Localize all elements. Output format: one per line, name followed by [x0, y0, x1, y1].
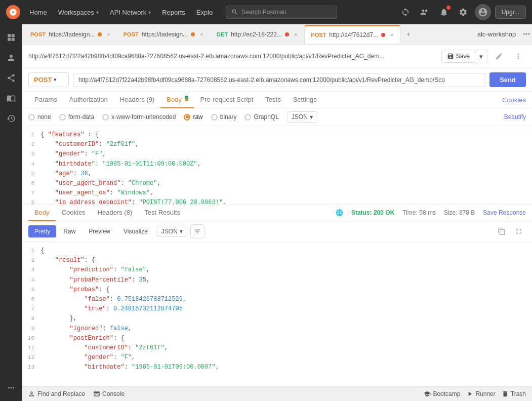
sidebar-icon-share[interactable]	[2, 69, 20, 87]
trash-button[interactable]: Trash	[502, 390, 526, 397]
response-view-tabs: Pretty Raw Preview Visualize JSON ▾	[22, 221, 532, 242]
resp-code-line-8: 8 },	[26, 314, 528, 324]
sub-tab-body[interactable]: Body ●	[160, 92, 194, 108]
response-code-editor[interactable]: 1 { 2 "result": { 3 "prediction": "false…	[22, 242, 532, 386]
beautify-button[interactable]: Beautify	[504, 113, 526, 121]
sync-button[interactable]	[398, 5, 413, 20]
response-tab-body[interactable]: Body	[28, 205, 56, 221]
nav-api-network[interactable]: API Network ▾	[105, 6, 156, 19]
sidebar-icon-history[interactable]	[2, 109, 20, 128]
tab-url-3: http://ec2-18-222...	[231, 31, 282, 38]
method-chevron-icon: ▾	[54, 76, 57, 83]
response-tab-cookies[interactable]: Cookies	[56, 205, 92, 221]
notification-button[interactable]	[436, 5, 452, 20]
view-tab-raw[interactable]: Raw	[57, 225, 81, 237]
sidebar	[0, 24, 22, 401]
tab-3[interactable]: GET http://ec2-18-222... ×	[211, 25, 304, 44]
runner-button[interactable]: Runner	[466, 390, 495, 397]
body-dot: ●	[185, 96, 188, 99]
avatar-button[interactable]	[475, 4, 491, 20]
url-input[interactable]: http://a4f7612d7f22a42b98fb4df09ca9688a-…	[73, 73, 485, 87]
radio-raw[interactable]: raw	[184, 113, 202, 121]
content-area: POST https://tadesign... × POST https://…	[22, 24, 532, 401]
collapse-button[interactable]	[512, 224, 526, 238]
radio-form-data[interactable]: form-data	[59, 113, 94, 121]
runner-label: Runner	[475, 390, 495, 397]
nav-reports[interactable]: Reports	[157, 6, 190, 19]
code-line-5: 5 "age": 36,	[26, 169, 528, 179]
view-tab-visualize[interactable]: Visualize	[117, 225, 154, 237]
save-dropdown[interactable]: ▾	[475, 50, 487, 63]
nav-home[interactable]: Home	[24, 6, 52, 19]
save-button[interactable]: Save	[441, 50, 475, 63]
console-label: Console	[102, 390, 125, 397]
search-placeholder: Search Postman	[241, 9, 287, 16]
radio-none[interactable]: none	[28, 113, 51, 121]
radio-binary[interactable]: binary	[211, 113, 237, 121]
response-status: 🌐 Status: 200 OK Time: 58 ms Size: 878 B…	[336, 209, 526, 216]
nav-workspaces[interactable]: Workspaces ▾	[53, 6, 104, 19]
resp-code-line-2: 2 "result": {	[26, 256, 528, 265]
sub-tab-headers[interactable]: Headers (9)	[114, 92, 161, 108]
send-button[interactable]: Send	[489, 72, 526, 87]
sub-tab-settings[interactable]: Settings	[287, 92, 323, 108]
filter-button[interactable]	[190, 224, 204, 238]
more-button[interactable]	[511, 49, 526, 64]
radio-graphql-circle	[244, 114, 251, 121]
tab-close-1[interactable]: ×	[107, 31, 110, 37]
settings-button[interactable]	[456, 5, 471, 20]
request-sub-tabs: Params Authorization Headers (9) Body ● …	[22, 92, 532, 108]
sub-tab-params[interactable]: Params	[28, 92, 63, 108]
bootcamp-button[interactable]: Bootcamp	[424, 390, 460, 397]
tab-2[interactable]: POST https://tadesign... ×	[117, 25, 210, 44]
copy-button[interactable]	[495, 224, 509, 238]
json-format-select[interactable]: JSON ▾	[287, 111, 317, 123]
user-button[interactable]	[417, 5, 432, 20]
cookies-link[interactable]: Cookies	[502, 96, 526, 104]
find-replace-label: Find and Replace	[37, 390, 85, 397]
sidebar-icon-user[interactable]	[2, 49, 20, 67]
sub-tab-pre-request[interactable]: Pre-request Script	[194, 92, 260, 108]
upgrade-button[interactable]: Upgr...	[495, 6, 526, 19]
method-select[interactable]: POST ▾	[28, 72, 69, 87]
console-button[interactable]: Console	[93, 390, 125, 397]
request-code-editor[interactable]: 1 { "features" : { 2 "customerID": "2zf6…	[22, 126, 532, 205]
radio-urlencoded-circle	[102, 114, 109, 121]
postman-logo[interactable]	[6, 5, 20, 19]
radio-urlencoded[interactable]: x-www-form-urlencoded	[102, 113, 176, 121]
sidebar-icon-more[interactable]	[2, 379, 20, 397]
edit-button[interactable]	[492, 49, 507, 64]
trash-icon	[502, 390, 509, 397]
resp-code-line-5: 5 "probas": {	[26, 285, 528, 295]
tab-menu-button[interactable]: •••	[523, 30, 530, 38]
response-tab-test-results[interactable]: Test Results	[138, 205, 186, 221]
view-tab-preview[interactable]: Preview	[83, 225, 116, 237]
tab-1[interactable]: POST https://tadesign... ×	[24, 25, 116, 44]
search-bar[interactable]: Search Postman	[226, 6, 337, 19]
response-size: Size: 878 B	[444, 209, 475, 216]
sidebar-icon-grid[interactable]	[2, 28, 20, 47]
sub-tab-authorization[interactable]: Authorization	[63, 92, 114, 108]
radio-none-circle	[28, 114, 35, 121]
radio-graphql[interactable]: GraphQL	[244, 113, 278, 121]
find-replace-button[interactable]: Find and Replace	[28, 390, 85, 397]
add-tab-button[interactable]: +	[401, 27, 416, 42]
url-bar-container: http://a4f7612d7f22a42b98fb4df09ca9688a-…	[22, 45, 532, 68]
response-tab-headers[interactable]: Headers (8)	[92, 205, 139, 221]
tab-dot-4	[381, 33, 385, 37]
radio-binary-circle	[211, 114, 218, 121]
sub-tab-tests[interactable]: Tests	[259, 92, 287, 108]
code-line-4: 4 "birthdate": "1985-01-01T11:09:00.000Z…	[26, 159, 528, 169]
nav-explore[interactable]: Explo	[191, 6, 218, 19]
tab-4[interactable]: POST http://a4f7612d7... ×	[304, 25, 400, 44]
tab-close-4[interactable]: ×	[390, 32, 393, 38]
sidebar-icon-book[interactable]	[2, 89, 20, 107]
tab-close-2[interactable]: ×	[200, 31, 203, 37]
save-response-button[interactable]: Save Response	[483, 209, 526, 216]
response-area: Body Cookies Headers (8) Test Results 🌐 …	[22, 205, 532, 386]
resp-code-line-3: 3 "prediction": "false",	[26, 265, 528, 275]
response-format-select[interactable]: JSON ▾	[157, 226, 187, 237]
chevron-down-icon: ▾	[148, 10, 151, 15]
view-tab-pretty[interactable]: Pretty	[28, 225, 56, 237]
tab-close-3[interactable]: ×	[294, 31, 297, 37]
